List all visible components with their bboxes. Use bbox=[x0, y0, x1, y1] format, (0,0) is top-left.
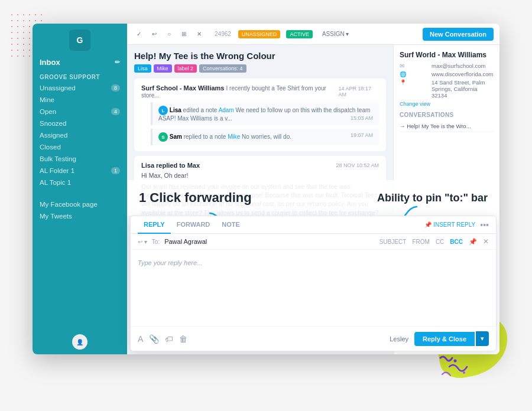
sidebar-item-al-folder[interactable]: AL Folder 1 1 bbox=[33, 165, 127, 177]
sidebar-item-unassigned[interactable]: Unassigned 8 bbox=[33, 82, 127, 94]
reply-tab-actions: 📌 INSERT REPLY ••• bbox=[424, 220, 489, 230]
sender-1: Surf School - Max Williams bbox=[141, 84, 224, 92]
timestamp-1: 14 APR 18:17 AM bbox=[339, 86, 379, 97]
reply-to-value: Pawal Agrawal bbox=[164, 238, 207, 245]
top-bar: ✓ ↩ ○ ⊞ ✕ 24962 UNASSIGNED ACTIVE ASSIGN… bbox=[127, 24, 499, 45]
sidebar-item-bulk-testing[interactable]: Bulk Testing bbox=[33, 153, 127, 165]
delete-icon[interactable]: 🗑 bbox=[179, 334, 187, 344]
sidebar-item-closed[interactable]: Closed bbox=[33, 141, 127, 153]
email-tags: Lisa Mike label 2 Conversations: 4 bbox=[134, 64, 386, 73]
bcc-label[interactable]: BCC bbox=[450, 239, 463, 245]
reply-arrow-icon: ↩ ▾ bbox=[138, 239, 147, 245]
timestamp-2: 28 NOV 10:52 AM bbox=[336, 162, 379, 168]
avatar-sam: S bbox=[158, 132, 168, 142]
tag-conversations: Conversations: 4 bbox=[199, 64, 246, 73]
svg-point-0 bbox=[454, 360, 457, 363]
annotation-click-forwarding: 1 Click forwarding bbox=[139, 190, 252, 206]
timestamp-lisa: 15:03 AM bbox=[351, 115, 373, 121]
close-btn-top[interactable]: ✕ bbox=[193, 29, 205, 39]
new-conversation-btn[interactable]: New Conversation bbox=[423, 28, 494, 41]
grid-btn[interactable]: ⊞ bbox=[178, 29, 190, 39]
reply-body[interactable]: Type your reply here... bbox=[131, 250, 496, 326]
email-subject: Help! My Tee is the Wrong Colour bbox=[134, 51, 386, 61]
tag-label2: label 2 bbox=[174, 64, 197, 73]
reply-footer-icons: A 📎 🏷 🗑 bbox=[138, 334, 187, 344]
panel-field-location: 📍 14 Sand Street, Palm Springs, Californ… bbox=[400, 79, 494, 99]
sidebar-item-tweets[interactable]: My Tweets bbox=[33, 210, 127, 222]
sidebar-item-open[interactable]: Open 4 bbox=[33, 106, 127, 118]
email-message-1: Surf School - Max Williams I recently bo… bbox=[134, 79, 386, 151]
sidebar-item-al-topic[interactable]: AL Topic 1 bbox=[33, 177, 127, 188]
tag-icon[interactable]: 🏷 bbox=[165, 334, 173, 344]
reply-box: REPLY FORWARD NOTE 📌 INSERT REPLY ••• ↩ … bbox=[130, 216, 497, 351]
reply-action-btn[interactable]: ↩ bbox=[148, 29, 160, 39]
reply-more-btn[interactable]: ••• bbox=[480, 220, 489, 230]
tag-mike: Mike bbox=[154, 64, 172, 73]
insert-reply-btn[interactable]: 📌 INSERT REPLY bbox=[424, 221, 475, 228]
panel-field-website: 🌐 www.discoverflorida.com bbox=[400, 71, 494, 77]
decorative-squiggles bbox=[437, 352, 473, 381]
nested-reply-sam: S Sam replied to a note Mike No worries,… bbox=[151, 129, 379, 145]
reply-to-fields: SUBJECT FROM CC BCC 📌 ✕ bbox=[379, 237, 489, 246]
attachment-icon[interactable]: 📎 bbox=[149, 334, 159, 344]
sidebar-logo: G bbox=[69, 30, 90, 51]
reply-footer: A 📎 🏷 🗑 Lesley Reply & Close ▾ bbox=[131, 326, 496, 351]
sidebar-section-social bbox=[33, 192, 127, 198]
reply-to-row: ↩ ▾ To: Pawal Agrawal SUBJECT FROM CC BC… bbox=[131, 234, 496, 250]
panel-conv-item-1[interactable]: → Help! My Tee is the Wro... bbox=[400, 120, 494, 132]
reply-agent: Lesley bbox=[390, 335, 408, 342]
annotation-pin-to-bar: Ability to pin "to:" bar bbox=[377, 192, 488, 204]
check-btn[interactable]: ✓ bbox=[133, 29, 145, 39]
reply-close-btn[interactable]: ✕ bbox=[483, 237, 489, 246]
text-format-icon[interactable]: A bbox=[138, 334, 143, 344]
reply-placeholder: Type your reply here... bbox=[138, 259, 202, 266]
active-badge: ACTIVE bbox=[286, 30, 313, 38]
sidebar-bottom-icons: 👤 bbox=[33, 330, 127, 354]
tab-note[interactable]: NOTE bbox=[216, 216, 246, 234]
tab-forward[interactable]: FORWARD bbox=[171, 216, 216, 234]
svg-point-1 bbox=[463, 371, 465, 374]
assign-btn[interactable]: ASSIGN ▾ bbox=[319, 29, 352, 39]
conversation-id: 24962 bbox=[215, 31, 231, 37]
panel-section-conversations: CONVERSATIONS bbox=[400, 112, 494, 118]
from-label[interactable]: FROM bbox=[412, 239, 429, 245]
sidebar-item-snoozed[interactable]: Snoozed bbox=[33, 118, 127, 129]
sidebar-item-assigned[interactable]: Assigned bbox=[33, 129, 127, 141]
annotation-overlay: 1 Click forwarding Ability to pin "to:" … bbox=[127, 180, 499, 216]
reply-close-submit-btn[interactable]: Reply & Close bbox=[414, 332, 475, 346]
circle-btn[interactable]: ○ bbox=[164, 29, 174, 39]
avatar-lisa: L bbox=[158, 106, 168, 115]
app-window: G Inbox ✏ Groove Support Unassigned 8 Mi… bbox=[33, 24, 499, 354]
sidebar: G Inbox ✏ Groove Support Unassigned 8 Mi… bbox=[33, 24, 127, 354]
user-avatar[interactable]: 👤 bbox=[72, 334, 87, 350]
tab-reply[interactable]: REPLY bbox=[138, 216, 171, 234]
sender-2: Lisa replied to Max bbox=[141, 162, 200, 169]
subject-label[interactable]: SUBJECT bbox=[379, 239, 407, 245]
cc-label[interactable]: CC bbox=[436, 239, 444, 245]
panel-field-email: ✉ max@surfschool.com bbox=[400, 63, 494, 69]
reply-btn-dropdown[interactable]: ▾ bbox=[476, 331, 489, 346]
nested-reply-lisa: L Lisa edited a note Adam We need to fol… bbox=[151, 102, 379, 125]
reply-submit-area: Lesley Reply & Close ▾ bbox=[390, 331, 489, 346]
tag-lisa: Lisa bbox=[134, 64, 151, 73]
sidebar-item-mine[interactable]: Mine bbox=[33, 94, 127, 106]
unassigned-badge: UNASSIGNED bbox=[238, 30, 281, 38]
sidebar-inbox-title: Inbox ✏ bbox=[33, 54, 127, 69]
sidebar-section-groove: Groove Support bbox=[33, 69, 127, 82]
timestamp-sam: 19:07 AM bbox=[351, 132, 373, 138]
panel-title: Surf World - Max Williams bbox=[400, 51, 494, 59]
reply-tabs: REPLY FORWARD NOTE 📌 INSERT REPLY ••• bbox=[131, 216, 496, 234]
change-view-link[interactable]: Change view bbox=[400, 101, 494, 107]
sidebar-item-facebook[interactable]: My Facebook page bbox=[33, 198, 127, 210]
pin-icon[interactable]: 📌 bbox=[469, 238, 477, 246]
